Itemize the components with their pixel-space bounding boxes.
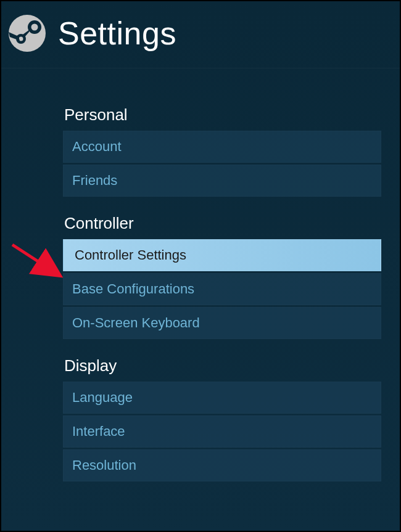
menu-item-language[interactable]: Language [63,382,381,414]
steam-logo-icon [7,14,47,53]
section-controller: Controller Controller Settings Base Conf… [63,214,381,339]
section-header-personal: Personal [63,105,381,125]
settings-header: Settings [1,1,400,68]
menu-item-base-configurations[interactable]: Base Configurations [63,273,381,305]
section-personal: Personal Account Friends [63,105,381,197]
menu-item-friends[interactable]: Friends [63,165,381,197]
svg-point-2 [31,24,38,31]
section-header-display: Display [63,356,381,375]
page-title: Settings [58,15,176,52]
section-header-controller: Controller [63,214,381,233]
menu-item-interface[interactable]: Interface [63,415,381,448]
menu-item-account[interactable]: Account [63,131,381,163]
section-display: Display Language Interface Resolution [63,356,381,481]
menu-item-on-screen-keyboard[interactable]: On-Screen Keyboard [63,307,381,339]
settings-content: Personal Account Friends Controller Cont… [1,68,400,481]
menu-item-controller-settings[interactable]: Controller Settings [63,239,381,271]
menu-item-resolution[interactable]: Resolution [63,449,381,481]
